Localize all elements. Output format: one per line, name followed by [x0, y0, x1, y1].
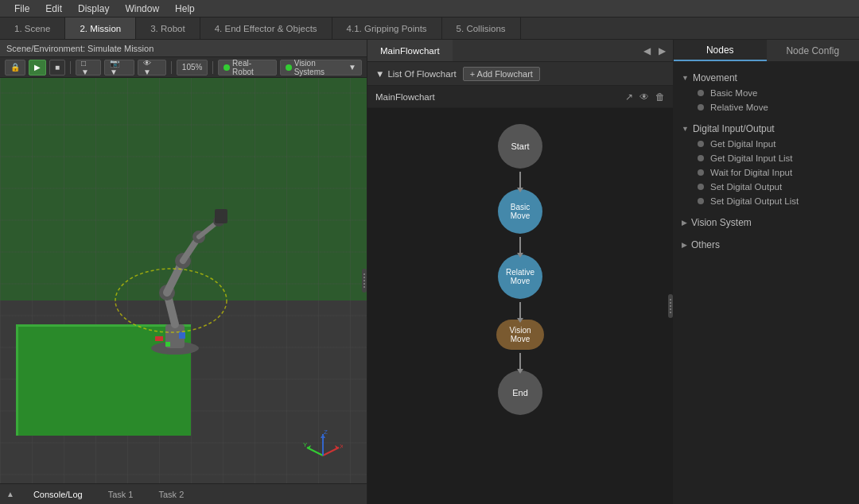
- node-end-circle: End: [498, 370, 542, 415]
- play-button[interactable]: ▶: [29, 60, 46, 76]
- list-arrow: ▼: [375, 69, 384, 79]
- movement-items: Basic Move Relative Move: [682, 86, 851, 114]
- digital-io-arrow-icon: ▼: [682, 125, 689, 133]
- zoom-button[interactable]: 105%: [177, 60, 208, 76]
- eye-button[interactable]: 👁 ▼: [138, 60, 166, 76]
- node-item-basic-move[interactable]: Basic Move: [698, 86, 851, 100]
- add-flowchart-button[interactable]: + Add Flowchart: [463, 67, 540, 81]
- movement-category-header[interactable]: ▼ Movement: [682, 70, 851, 86]
- stop-button[interactable]: ■: [49, 60, 65, 76]
- relative-move-item-label: Relative Move: [710, 103, 768, 112]
- real-robot-label: Real-Robot: [232, 59, 271, 76]
- scene-tabs: 1. Scene 2. Mission 3. Robot 4. End Effe…: [0, 17, 859, 40]
- flowchart-panel: MainFlowchart ◀ ▶ ▼ List Of Flowchart + …: [367, 40, 674, 504]
- flowchart-view-icon[interactable]: 👁: [639, 91, 649, 103]
- viewport-toolbar: 🔒 ▶ ■ □ ▼ 📷 ▼ 👁 ▼ 105% Real-Robot Vision…: [0, 57, 367, 78]
- category-digital-io: ▼ Digital Input/Output Get Digital Input…: [674, 118, 859, 211]
- svg-rect-13: [179, 332, 185, 339]
- vision-systems-arrow: ▼: [348, 63, 356, 72]
- real-robot-button[interactable]: Real-Robot: [218, 60, 277, 76]
- node-item-get-digital-input[interactable]: Get Digital Input: [698, 137, 851, 151]
- tab-scene[interactable]: 1. Scene: [0, 17, 65, 39]
- others-category-header[interactable]: ▶ Others: [682, 237, 851, 253]
- arrow-4: [519, 353, 521, 370]
- main-layout: Scene/Environment: Simulate Mission 🔒 ▶ …: [0, 40, 859, 504]
- node-vision-label: Vision Move: [496, 326, 544, 343]
- node-relative-label: Relative Move: [498, 268, 542, 285]
- vision-system-arrow-icon: ▶: [682, 219, 687, 227]
- flowchart-name-row: MainFlowchart ↗ 👁 🗑: [367, 86, 673, 108]
- svg-rect-10: [215, 209, 227, 223]
- vision-system-label: Vision System: [691, 217, 752, 228]
- task2-tab[interactable]: Task 2: [152, 488, 190, 501]
- node-item-set-digital-output-list[interactable]: Set Digital Output List: [698, 194, 851, 208]
- tab-gripping-points[interactable]: 4.1. Gripping Points: [332, 17, 442, 39]
- flowchart-main-tab[interactable]: MainFlowchart: [367, 40, 453, 61]
- task1-tab[interactable]: Task 1: [102, 488, 140, 501]
- menu-edit[interactable]: Edit: [37, 0, 70, 17]
- nodes-panel: Nodes Node Config ▼ Movement Basic Move: [674, 40, 859, 504]
- camera-button[interactable]: 📷 ▼: [104, 60, 134, 76]
- node-item-relative-move[interactable]: Relative Move: [698, 100, 851, 114]
- flowchart-external-icon[interactable]: ↗: [625, 91, 633, 103]
- tab-end-effector[interactable]: 4. End Effector & Objects: [200, 17, 332, 39]
- console-log-tab[interactable]: Console/Log: [27, 488, 89, 501]
- tab-mission[interactable]: 2. Mission: [65, 17, 136, 39]
- category-vision-system: ▶ Vision System: [674, 211, 859, 234]
- svg-text:Z: Z: [324, 428, 328, 436]
- flowchart-drag-handle[interactable]: [668, 294, 673, 318]
- category-others: ▶ Others: [674, 234, 859, 256]
- node-item-set-digital-output[interactable]: Set Digital Output: [698, 180, 851, 194]
- node-relative-move[interactable]: Relative Move: [498, 254, 542, 299]
- viewport-drag-handle[interactable]: [362, 269, 367, 293]
- menu-display[interactable]: Display: [70, 0, 117, 17]
- movement-label: Movement: [693, 72, 737, 83]
- node-item-get-digital-input-list[interactable]: Get Digital Input List: [698, 151, 851, 165]
- tab-prev-arrow[interactable]: ◀: [641, 45, 653, 56]
- console-toggle[interactable]: ▲: [6, 490, 14, 498]
- menu-help[interactable]: Help: [167, 0, 203, 17]
- view-type-button[interactable]: □ ▼: [76, 60, 101, 76]
- fc-drag-dot-3: [670, 305, 671, 307]
- get-digital-input-list-dot: [698, 155, 704, 161]
- basic-move-item-label: Basic Move: [710, 88, 757, 98]
- node-item-wait-digital-input[interactable]: Wait for Digital Input: [698, 165, 851, 180]
- fc-drag-dot-5: [670, 312, 671, 313]
- menu-file[interactable]: File: [6, 0, 37, 17]
- node-end[interactable]: End: [498, 370, 542, 415]
- arrow-1: [519, 172, 521, 189]
- vision-system-category-header[interactable]: ▶ Vision System: [682, 215, 851, 231]
- flowchart-canvas: Start Basic Move Relative Move: [367, 108, 673, 504]
- flowchart-delete-icon[interactable]: 🗑: [655, 91, 665, 103]
- tab-nodes[interactable]: Nodes: [674, 40, 767, 61]
- svg-rect-14: [165, 342, 170, 347]
- tab-collisions[interactable]: 5. Collisions: [442, 17, 521, 39]
- get-digital-input-dot: [698, 141, 704, 147]
- robot-arm: [95, 142, 255, 364]
- svg-text:Y: Y: [303, 441, 308, 448]
- set-digital-output-label: Set Digital Output: [710, 182, 782, 192]
- node-start[interactable]: Start: [498, 124, 542, 169]
- flowchart-subheader: ▼ List Of Flowchart + Add Flowchart: [367, 62, 673, 86]
- category-movement: ▼ Movement Basic Move Relative Move: [674, 67, 859, 118]
- digital-io-category-header[interactable]: ▼ Digital Input/Output: [682, 121, 851, 137]
- viewport-title: Scene/Environment: Simulate Mission: [6, 44, 154, 53]
- arrow-3: [519, 302, 521, 320]
- tab-next-arrow[interactable]: ▶: [656, 45, 668, 56]
- vision-systems-button[interactable]: Vision Systems ▼: [280, 60, 362, 76]
- list-of-flowchart[interactable]: ▼ List Of Flowchart: [375, 69, 457, 79]
- node-basic-move[interactable]: Basic Move: [498, 189, 542, 234]
- digital-io-label: Digital Input/Output: [693, 123, 775, 134]
- arrow-2: [519, 237, 521, 254]
- drag-dot-4: [363, 283, 365, 285]
- lock-button[interactable]: 🔒: [5, 60, 25, 76]
- node-vision-move[interactable]: Vision Move: [496, 320, 544, 350]
- basic-move-dot: [698, 90, 704, 96]
- vision-systems-label: Vision Systems: [294, 59, 346, 76]
- menu-window[interactable]: Window: [117, 0, 167, 17]
- tab-robot[interactable]: 3. Robot: [136, 17, 200, 39]
- movement-arrow-icon: ▼: [682, 74, 689, 82]
- node-start-label: Start: [511, 142, 529, 151]
- fc-drag-dot-4: [670, 308, 671, 310]
- tab-node-config[interactable]: Node Config: [767, 40, 860, 61]
